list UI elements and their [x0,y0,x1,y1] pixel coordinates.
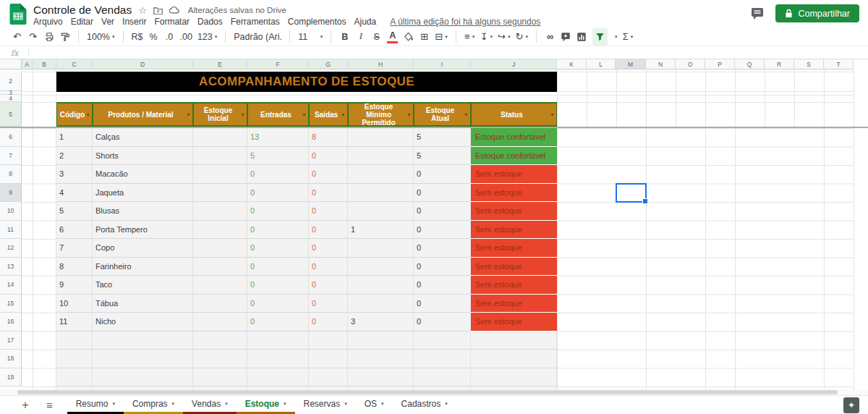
cell-estoque_minimo[interactable]: 1 [348,221,414,240]
cell-entradas[interactable]: 0 [247,295,309,313]
cell-estoque_atual[interactable]: 0 [414,295,471,313]
cell-saidas[interactable]: 0 [309,221,348,240]
column-header-D[interactable]: D [93,59,193,69]
functions-icon[interactable]: Σ ▾ [622,30,633,44]
empty-cell[interactable] [471,350,557,368]
cell-codigo[interactable]: 10 [56,295,93,313]
cell-saidas[interactable]: 0 [309,295,348,313]
italic-button[interactable]: I [355,30,366,44]
column-header-T[interactable]: T [824,59,854,69]
column-header-O[interactable]: O [676,59,705,69]
cell-entradas[interactable]: 0 [247,239,309,258]
vertical-align-icon[interactable]: ↧ ▾ [480,30,493,44]
cell-estoque_atual[interactable]: 5 [414,147,471,166]
status-cell[interactable]: Sem estoque [471,276,557,295]
column-header-A[interactable]: A [22,59,33,69]
cell-saidas[interactable]: 0 [309,147,348,166]
merge-cells-icon[interactable]: ⊟ ▾ [435,30,447,44]
empty-cell[interactable] [247,350,309,368]
document-title[interactable]: Controle de Vendas [33,4,132,17]
table-title-banner[interactable]: ACOMPANHAMENTO DE ESTOQUE [56,72,557,92]
column-filter-icon[interactable]: ▼ [341,111,346,119]
row-header-14[interactable]: 14 [0,276,22,295]
cell-estoque_atual[interactable]: 0 [414,184,471,203]
status-cell[interactable]: Sem estoque [471,202,557,221]
status-cell[interactable]: Estoque confortável [471,128,557,147]
row-header-8[interactable]: 8 [0,165,22,184]
cell-estoque_atual[interactable]: 0 [414,258,471,276]
header-cell-7[interactable]: Estoque Atual▼ [414,102,471,127]
select-all-corner[interactable] [0,59,22,69]
row-header-4[interactable]: 4 [0,95,22,102]
cell-entradas[interactable]: 0 [247,202,309,221]
status-cell[interactable]: Sem estoque [471,165,557,184]
cell-estoque_inicial[interactable] [193,221,247,240]
cell-produto[interactable]: Blusas [93,202,193,221]
cell-produto[interactable]: Calças [93,128,193,147]
tab-menu-caret[interactable]: ▾ [381,401,384,407]
cell-estoque_minimo[interactable] [348,202,414,221]
cell-estoque_inicial[interactable] [193,313,247,331]
empty-cell[interactable] [247,368,309,387]
star-icon[interactable]: ☆ [138,6,147,15]
sheet-tab-resumo[interactable]: Resumo▾ [67,396,124,414]
cell-estoque_atual[interactable]: 0 [414,202,471,221]
borders-icon[interactable]: ⊞ [419,30,430,44]
cell-codigo[interactable]: 6 [56,221,93,240]
insert-link-icon[interactable]: ∞ [545,30,556,44]
cell-entradas[interactable]: 13 [247,128,309,147]
cell-codigo[interactable]: 5 [56,202,93,221]
cell-estoque_inicial[interactable] [193,147,247,166]
column-header-G[interactable]: G [309,59,348,69]
redo-icon[interactable]: ↷ [27,30,38,44]
cell-estoque_inicial[interactable] [193,258,247,276]
cell-produto[interactable]: Porta Tempero [93,221,193,240]
row-header-10[interactable]: 10 [0,202,22,221]
row-header-11[interactable]: 11 [0,221,22,240]
filter-views-caret[interactable]: ▾ [615,34,618,40]
cell-entradas[interactable]: 5 [247,147,309,166]
move-to-folder-icon[interactable] [153,7,163,14]
all-sheets-button[interactable]: ≡ [46,400,53,410]
strikethrough-button[interactable]: S [371,30,382,44]
cell-entradas[interactable]: 0 [247,165,309,184]
text-color-button[interactable]: A [387,30,398,43]
menu-ver[interactable]: Ver [101,17,114,27]
cell-estoque_atual[interactable]: 0 [414,165,471,184]
cell-entradas[interactable]: 0 [247,276,309,295]
empty-cell[interactable] [93,386,193,389]
menu-ajuda[interactable]: Ajuda [354,17,377,27]
row-header-7[interactable]: 7 [0,147,22,166]
empty-cell[interactable] [309,368,348,387]
sheet-tab-reservas[interactable]: Reservas▾ [295,396,356,414]
horizontal-align-icon[interactable]: ≡ ▾ [464,30,475,44]
cell-produto[interactable]: Jaqueta [93,184,193,203]
selected-cell[interactable] [616,183,647,203]
empty-cell[interactable] [56,386,93,389]
increase-decimals-button[interactable]: .00 [179,30,192,44]
column-filter-icon[interactable]: ▼ [186,111,191,119]
status-cell[interactable]: Sem estoque [471,221,557,240]
tab-menu-caret[interactable]: ▾ [344,401,347,407]
decrease-decimals-button[interactable]: .0 [163,30,174,44]
empty-cell[interactable] [348,368,414,387]
cell-estoque_minimo[interactable] [348,147,414,166]
cell-entradas[interactable]: 0 [247,313,309,331]
cell-produto[interactable]: Nicho [93,313,193,331]
column-header-H[interactable]: H [348,59,414,69]
cell-produto[interactable]: Shorts [93,147,193,166]
cell-entradas[interactable]: 0 [247,258,309,276]
empty-cell[interactable] [247,386,309,389]
cell-estoque_minimo[interactable]: 3 [348,313,414,331]
cell-estoque_minimo[interactable] [348,165,414,184]
empty-cell[interactable] [56,331,93,350]
tab-menu-caret[interactable]: ▾ [445,401,448,407]
cell-saidas[interactable]: 0 [309,258,348,276]
row-header-16[interactable]: 16 [0,313,22,331]
comment-icon[interactable] [751,7,764,20]
row-header-6[interactable]: 6 [0,128,22,147]
empty-cell[interactable] [193,368,247,387]
cell-estoque_inicial[interactable] [193,165,247,184]
cell-produto[interactable]: Taco [93,276,193,295]
empty-cell[interactable] [471,368,557,387]
